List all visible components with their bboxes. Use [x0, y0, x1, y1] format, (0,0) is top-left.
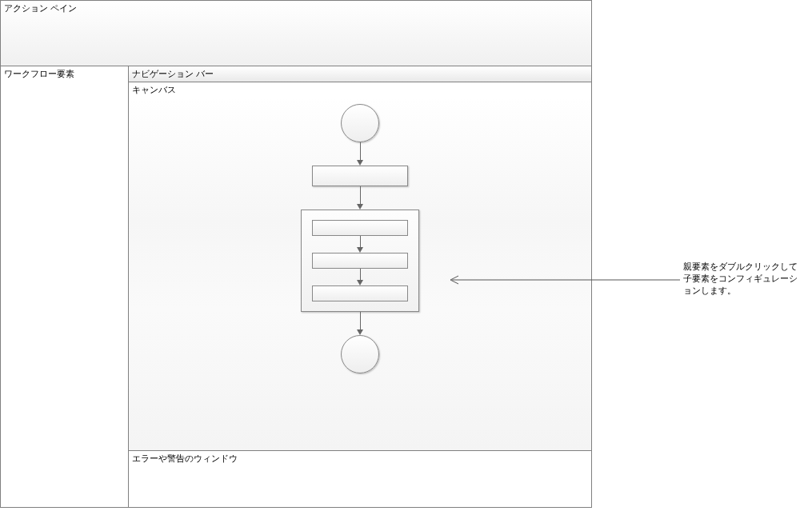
errors-warnings-pane: エラーや警告のウィンドウ: [129, 451, 591, 507]
sidebar-label: ワークフロー要素: [4, 69, 74, 78]
action-pane: アクション ペイン: [1, 1, 591, 66]
flow-arrow-icon: [357, 142, 363, 166]
child-element[interactable]: [312, 285, 408, 301]
annotation-text: 親要素をダブルクリックして子要素をコンフィギュレーションします。: [683, 261, 803, 297]
child-element[interactable]: [312, 253, 408, 269]
parent-element[interactable]: [301, 210, 419, 312]
flow-arrow-icon: [357, 236, 363, 253]
child-element[interactable]: [312, 220, 408, 236]
flow-arrow-icon: [357, 186, 363, 210]
activity-node[interactable]: [312, 166, 408, 186]
lower-region: ワークフロー要素 ナビゲーション バー キャンバス: [1, 66, 591, 507]
main-column: ナビゲーション バー キャンバス: [129, 66, 591, 507]
start-node[interactable]: [341, 104, 379, 142]
workflow-elements-sidebar: ワークフロー要素: [1, 66, 129, 507]
canvas-pane: キャンバス: [129, 82, 591, 451]
errors-pane-label: エラーや警告のウィンドウ: [132, 453, 238, 463]
end-node[interactable]: [341, 335, 379, 373]
navigation-bar-label: ナビゲーション バー: [132, 69, 214, 78]
canvas-label: キャンバス: [132, 85, 176, 94]
workflow-editor: アクション ペイン ワークフロー要素 ナビゲーション バー キャンバス: [0, 0, 592, 508]
action-pane-label: アクション ペイン: [4, 3, 77, 13]
navigation-bar: ナビゲーション バー: [129, 66, 591, 82]
canvas-surface[interactable]: [129, 98, 591, 450]
workflow-diagram: [301, 104, 419, 373]
flow-arrow-icon: [357, 312, 363, 335]
flow-arrow-icon: [357, 269, 363, 285]
